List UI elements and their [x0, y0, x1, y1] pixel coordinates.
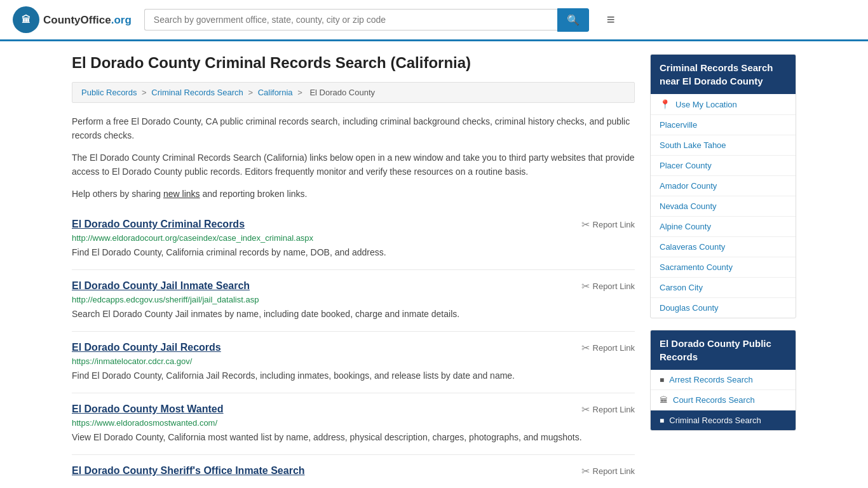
breadcrumb: Public Records > Criminal Records Search… — [72, 82, 635, 103]
breadcrumb-california[interactable]: California — [258, 88, 293, 97]
report-icon-2: ✂ — [581, 342, 590, 354]
menu-button[interactable]: ≡ — [602, 9, 620, 30]
carson-city-link[interactable]: Carson City — [660, 283, 703, 292]
svg-text:🏛: 🏛 — [22, 14, 31, 25]
record-desc-1: Search El Dorado County Jail inmates by … — [72, 308, 635, 321]
sidebar: Criminal Records Search near El Dorado C… — [650, 54, 796, 488]
sidebar-item-arrest-records[interactable]: ■ Arrest Records Search — [651, 370, 796, 390]
public-records-header: El Dorado County Public Records — [651, 330, 796, 370]
report-icon-1: ✂ — [581, 280, 590, 292]
record-desc-3: View El Dorado County, California most w… — [72, 431, 635, 444]
sidebar-item-alpine-county[interactable]: Alpine County — [651, 217, 796, 237]
south-lake-tahoe-link[interactable]: South Lake Tahoe — [660, 140, 726, 150]
criminal-records-icon: ■ — [660, 416, 664, 425]
search-input[interactable] — [144, 9, 557, 30]
records-list: El Dorado County Criminal Records ✂ Repo… — [72, 208, 635, 488]
report-link-1[interactable]: ✂ Report Link — [581, 280, 635, 292]
record-desc-2: Find El Dorado County, California Jail R… — [72, 369, 635, 383]
report-link-0[interactable]: ✂ Report Link — [581, 219, 635, 231]
use-my-location-link[interactable]: Use My Location — [675, 100, 737, 109]
record-url-2[interactable]: https://inmatelocator.cdcr.ca.gov/ — [72, 356, 635, 366]
report-link-2[interactable]: ✂ Report Link — [581, 342, 635, 354]
nevada-county-link[interactable]: Nevada County — [660, 201, 717, 211]
record-header-1: El Dorado County Jail Inmate Search ✂ Re… — [72, 280, 635, 292]
record-entry: El Dorado County Most Wanted ✂ Report Li… — [72, 393, 635, 455]
report-icon-0: ✂ — [581, 219, 590, 231]
description-2: The El Dorado County Criminal Records Se… — [72, 151, 635, 179]
amador-county-link[interactable]: Amador County — [660, 181, 717, 191]
report-icon-4: ✂ — [581, 465, 590, 477]
breadcrumb-el-dorado: El Dorado County — [309, 88, 375, 97]
sidebar-item-court-records[interactable]: 🏛 Court Records Search — [651, 390, 796, 410]
search-area: 🔍 — [144, 8, 589, 32]
record-title-4[interactable]: El Dorado County Sheriff's Office Inmate… — [72, 465, 305, 477]
sidebar-item-calaveras-county[interactable]: Calaveras County — [651, 237, 796, 257]
record-title-0[interactable]: El Dorado County Criminal Records — [72, 219, 245, 230]
calaveras-county-link[interactable]: Calaveras County — [660, 242, 725, 252]
report-link-4[interactable]: ✂ Report Link — [581, 465, 635, 477]
court-records-link[interactable]: Court Records Search — [673, 395, 755, 405]
sidebar-item-placerville[interactable]: Placerville — [651, 115, 796, 135]
record-header-0: El Dorado County Criminal Records ✂ Repo… — [72, 219, 635, 231]
sidebar-item-carson-city[interactable]: Carson City — [651, 278, 796, 298]
arrest-records-link[interactable]: Arrest Records Search — [669, 375, 753, 384]
sacramento-county-link[interactable]: Sacramento County — [660, 262, 733, 272]
record-title-2[interactable]: El Dorado County Jail Records — [72, 342, 221, 353]
record-header-2: El Dorado County Jail Records ✂ Report L… — [72, 342, 635, 354]
record-header-3: El Dorado County Most Wanted ✂ Report Li… — [72, 403, 635, 416]
header: 🏛 CountyOffice.org 🔍 ≡ — [0, 0, 868, 41]
sidebar-item-placer-county[interactable]: Placer County — [651, 156, 796, 176]
douglas-county-link[interactable]: Douglas County — [660, 303, 719, 313]
record-desc-0: Find El Dorado County, California crimin… — [72, 246, 635, 259]
record-entry: El Dorado County Jail Records ✂ Report L… — [72, 332, 635, 393]
description-3: Help others by sharing new links and rep… — [72, 187, 635, 201]
record-entry: El Dorado County Criminal Records ✂ Repo… — [72, 208, 635, 270]
main-container: El Dorado County Criminal Records Search… — [59, 41, 809, 488]
criminal-records-link[interactable]: Criminal Records Search — [669, 416, 761, 425]
arrest-records-icon: ■ — [660, 376, 664, 384]
sidebar-item-criminal-records[interactable]: ■ Criminal Records Search — [651, 410, 796, 430]
record-url-1[interactable]: http://edcapps.edcgov.us/sheriff/jail/ja… — [72, 295, 635, 304]
logo[interactable]: 🏛 CountyOffice.org — [13, 6, 132, 33]
search-button[interactable]: 🔍 — [557, 8, 589, 32]
location-icon: 📍 — [660, 99, 670, 109]
record-entry: El Dorado County Jail Inmate Search ✂ Re… — [72, 270, 635, 332]
record-entry: El Dorado County Sheriff's Office Inmate… — [72, 455, 635, 488]
sidebar-item-douglas-county[interactable]: Douglas County — [651, 298, 796, 318]
new-links-link[interactable]: new links — [163, 189, 200, 199]
placer-county-link[interactable]: Placer County — [660, 161, 712, 170]
logo-icon: 🏛 — [13, 6, 39, 33]
record-header-4: El Dorado County Sheriff's Office Inmate… — [72, 465, 635, 477]
record-url-0[interactable]: http://www.eldoradocourt.org/caseindex/c… — [72, 233, 635, 243]
breadcrumb-criminal-records-search[interactable]: Criminal Records Search — [151, 88, 243, 97]
description-1: Perform a free El Dorado County, CA publ… — [72, 114, 635, 143]
page-title: El Dorado County Criminal Records Search… — [72, 54, 635, 72]
nearby-box: Criminal Records Search near El Dorado C… — [650, 54, 796, 318]
public-records-box: El Dorado County Public Records ■ Arrest… — [650, 330, 796, 431]
placerville-link[interactable]: Placerville — [660, 120, 697, 130]
sidebar-item-use-my-location[interactable]: 📍 Use My Location — [651, 94, 796, 115]
content-area: El Dorado County Criminal Records Search… — [72, 54, 635, 488]
record-title-1[interactable]: El Dorado County Jail Inmate Search — [72, 280, 250, 292]
alpine-county-link[interactable]: Alpine County — [660, 222, 711, 231]
report-icon-3: ✂ — [581, 403, 590, 416]
sidebar-item-south-lake-tahoe[interactable]: South Lake Tahoe — [651, 135, 796, 156]
record-title-3[interactable]: El Dorado County Most Wanted — [72, 403, 224, 415]
report-link-3[interactable]: ✂ Report Link — [581, 403, 635, 416]
logo-text: CountyOffice.org — [43, 13, 132, 27]
sidebar-item-sacramento-county[interactable]: Sacramento County — [651, 257, 796, 278]
sidebar-item-amador-county[interactable]: Amador County — [651, 176, 796, 196]
record-url-3[interactable]: https://www.eldoradosmostwanted.com/ — [72, 418, 635, 428]
court-records-icon: 🏛 — [660, 395, 668, 405]
sidebar-item-nevada-county[interactable]: Nevada County — [651, 196, 796, 217]
breadcrumb-public-records[interactable]: Public Records — [81, 88, 137, 97]
nearby-header: Criminal Records Search near El Dorado C… — [651, 55, 796, 94]
